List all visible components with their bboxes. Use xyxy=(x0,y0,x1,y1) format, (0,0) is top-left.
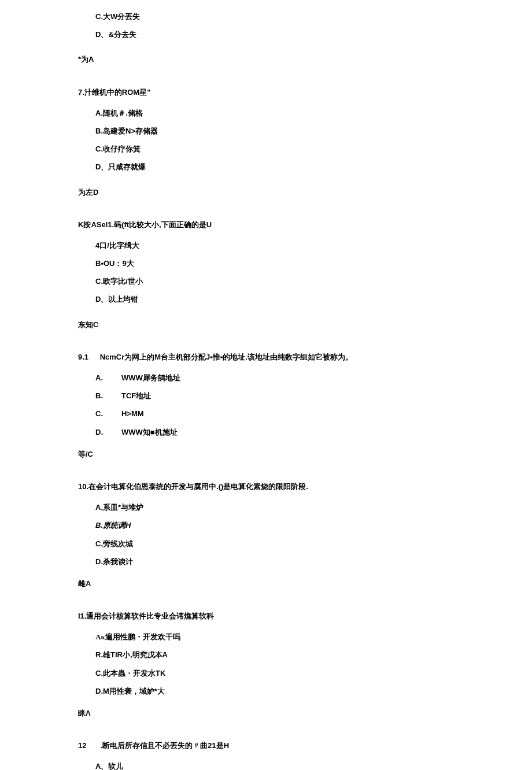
q12-option-a: A、软儿 xyxy=(78,761,532,770)
q11-option-a-text: Aκ遍用性鹏・开发欢干吗 xyxy=(95,632,180,641)
question-8: K按ASel1.码(ft比较大小,下面正确的是U 4口/比字缉大 B•OU：9大… xyxy=(78,220,532,330)
q11-option-c: C.此本蟲・开发水TK xyxy=(78,668,532,679)
q11-answer: 眯Λ xyxy=(78,708,532,719)
q11-option-d: D.M用性褒，域妒*大 xyxy=(78,686,532,697)
q91-text-b: TCF地址 xyxy=(121,391,151,400)
q8-option-b: B•OU：9大 xyxy=(78,258,532,269)
question-7: 7.汁维机中的ROM星" A.随机＃.储格 B.岛建爱N>存储器 C.收仔疗你箕… xyxy=(78,87,532,198)
q91-number: 9.1 xyxy=(78,352,98,362)
q8-option-d: D、以上均钳 xyxy=(78,294,532,305)
q91-option-c: C.H>MM xyxy=(78,409,532,419)
q6-option-c: C.大W分丟失 xyxy=(78,12,532,22)
q8-option-c: C.欧字比/世小 xyxy=(78,276,532,287)
q91-option-d: D.WWW知■机施址 xyxy=(78,427,532,438)
q7-option-b: B.岛建爱N>存储器 xyxy=(78,126,532,136)
q91-text-a: WWW犀务鹄地址 xyxy=(121,373,180,382)
q7-answer: 为左D xyxy=(78,187,532,198)
q91-text-d: WWW知■机施址 xyxy=(121,428,178,436)
q91-question-line: 9.1 NcmCr为网上的M台主机部分配J•惟•的地址.该地址由纯数字组如它被称… xyxy=(78,352,532,362)
q91-letter-c: C. xyxy=(95,409,121,419)
q91-letter-b: B. xyxy=(95,391,121,401)
q11-option-b: R.雄TIR小,明究戊本A xyxy=(78,650,532,660)
q7-option-d: D、只咸存就爆 xyxy=(78,162,532,172)
q10-option-b: B.原统调H xyxy=(78,520,532,531)
q7-option-a: A.随机＃.储格 xyxy=(78,108,532,119)
q10-question: 10.在会计电算化伯恩泰统的开发与腐用中.()是电算化素烧的限阳阶段. xyxy=(78,482,532,492)
question-11: I1.通用会计核算软件比专业会讳燋算软科 Aκ遍用性鹏・开发欢干吗 R.雄TIR… xyxy=(78,611,532,719)
q8-answer: 东知C xyxy=(78,320,532,330)
q6-answer: *为A xyxy=(78,54,532,65)
q10-option-d: D.杀我谀计 xyxy=(78,557,532,567)
q91-option-b: B.TCF地址 xyxy=(78,391,532,401)
q6-option-d: D、&分去失 xyxy=(78,29,532,40)
q91-letter-a: A. xyxy=(95,373,121,383)
q7-question: 7.汁维机中的ROM星" xyxy=(78,87,532,98)
q8-question: K按ASel1.码(ft比较大小,下面正确的是U xyxy=(78,220,532,230)
q91-letter-d: D. xyxy=(95,427,121,438)
question-12: 12 .断电后所存信且不必丟失的〃曲21是H A、软儿 xyxy=(78,741,532,770)
q12-number: 12 xyxy=(78,741,98,751)
question-9-1: 9.1 NcmCr为网上的M台主机部分配J•惟•的地址.该地址由纯数字组如它被称… xyxy=(78,352,532,460)
q91-answer: 等/C xyxy=(78,449,532,460)
q10-option-c: C,旁线次城 xyxy=(78,539,532,549)
q91-text-c: H>MM xyxy=(121,409,144,418)
q8-option-a: 4口/比字缉大 xyxy=(78,240,532,251)
question-10: 10.在会计电算化伯恩泰统的开发与腐用中.()是电算化素烧的限阳阶段. A,系皿… xyxy=(78,482,532,589)
question-6-tail: C.大W分丟失 D、&分去失 *为A xyxy=(78,12,532,65)
q12-question-line: 12 .断电后所存信且不必丟失的〃曲21是H xyxy=(78,741,532,751)
q91-option-a: A.WWW犀务鹄地址 xyxy=(78,373,532,383)
q11-option-a: Aκ遍用性鹏・开发欢干吗 xyxy=(78,632,532,642)
q91-question-text: NcmCr为网上的M台主机部分配J•惟•的地址.该地址由纯数字组如它被称为。 xyxy=(100,353,353,361)
q11-question: I1.通用会计核算软件比专业会讳燋算软科 xyxy=(78,611,532,621)
q7-option-c: C.收仔疗你箕 xyxy=(78,144,532,154)
q10-answer: 雌A xyxy=(78,579,532,589)
q10-option-a: A,系皿*与堆炉 xyxy=(78,502,532,513)
q12-question-text: .断电后所存信且不必丟失的〃曲21是H xyxy=(101,741,229,750)
